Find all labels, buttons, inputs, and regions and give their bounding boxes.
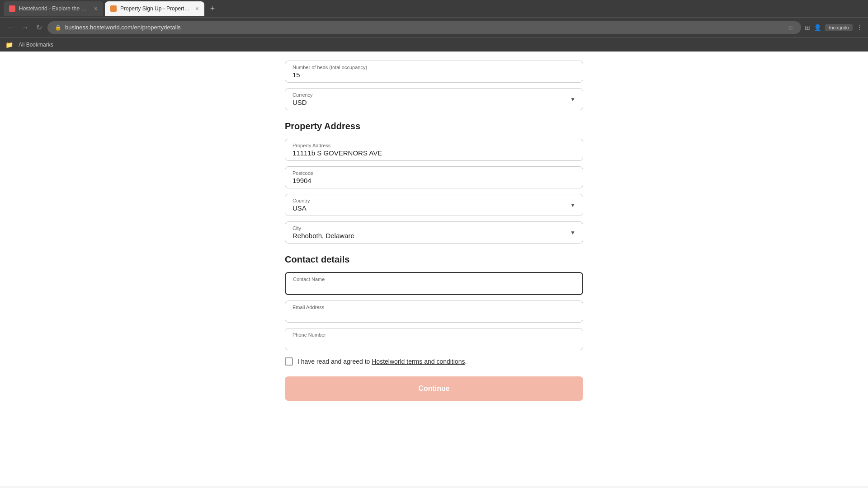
city-field[interactable]: City Rehoboth, Delaware ▼ bbox=[285, 221, 583, 244]
currency-value: USD bbox=[292, 99, 576, 106]
phone-input[interactable] bbox=[292, 338, 576, 346]
contact-name-input[interactable] bbox=[293, 283, 575, 291]
bookmarks-folder-icon: 📁 bbox=[5, 41, 13, 48]
property-address-field[interactable]: Property Address 11111b S GOVERNORS AVE bbox=[285, 139, 583, 161]
beds-field[interactable]: Number of beds (total occupancy) 15 bbox=[285, 61, 583, 83]
city-label: City bbox=[292, 225, 576, 231]
beds-value: 15 bbox=[292, 71, 576, 79]
beds-label: Number of beds (total occupancy) bbox=[292, 65, 576, 70]
browser-chrome: Hostelworld - Explore the worl... × Prop… bbox=[0, 0, 868, 52]
country-field[interactable]: Country USA ▼ bbox=[285, 194, 583, 216]
refresh-button[interactable]: ↻ bbox=[34, 21, 44, 33]
bookmarks-bar: 📁 All Bookmarks bbox=[0, 37, 868, 52]
property-address-label: Property Address bbox=[292, 143, 576, 148]
tab-property-signup[interactable]: Property Sign Up - Property an... × bbox=[105, 1, 204, 16]
contact-name-field[interactable]: Contact Name bbox=[285, 272, 583, 295]
property-signup-favicon bbox=[110, 5, 117, 12]
tab-property-signup-close[interactable]: × bbox=[195, 5, 199, 12]
currency-field[interactable]: Currency USD ▼ bbox=[285, 88, 583, 110]
page-content: Number of beds (total occupancy) 15 Curr… bbox=[0, 52, 868, 486]
hostelworld-favicon bbox=[9, 5, 15, 12]
email-field[interactable]: Email Address bbox=[285, 300, 583, 323]
terms-link[interactable]: Hostelworld terms and conditions bbox=[372, 358, 465, 365]
form-container: Number of beds (total occupancy) 15 Curr… bbox=[285, 52, 583, 486]
tab-hostelworld-label: Hostelworld - Explore the worl... bbox=[19, 5, 90, 12]
back-button[interactable]: ← bbox=[5, 22, 16, 33]
terms-label: I have read and agreed to Hostelworld te… bbox=[297, 358, 467, 365]
address-bar[interactable]: 🔒 business.hostelworld.com/en/propertyde… bbox=[47, 21, 801, 34]
currency-label: Currency bbox=[292, 92, 576, 98]
phone-label: Phone Number bbox=[292, 332, 576, 338]
forward-button[interactable]: → bbox=[20, 22, 31, 33]
contact-name-label: Contact Name bbox=[293, 277, 575, 282]
tab-bar: Hostelworld - Explore the worl... × Prop… bbox=[0, 0, 868, 17]
new-tab-button[interactable]: + bbox=[206, 2, 219, 15]
terms-suffix: . bbox=[465, 358, 467, 365]
email-input[interactable] bbox=[292, 311, 576, 319]
all-bookmarks-label: All Bookmarks bbox=[19, 42, 53, 48]
postcode-field[interactable]: Postcode 19904 bbox=[285, 166, 583, 188]
url-display: business.hostelworld.com/en/propertydeta… bbox=[65, 24, 181, 31]
contact-details-heading: Contact details bbox=[285, 254, 583, 265]
continue-button[interactable]: Continue bbox=[285, 376, 583, 401]
terms-checkbox[interactable] bbox=[285, 357, 293, 366]
country-label: Country bbox=[292, 198, 576, 203]
menu-icon[interactable]: ⋮ bbox=[856, 24, 863, 31]
bookmark-star-icon[interactable]: ☆ bbox=[788, 24, 794, 31]
extensions-icon[interactable]: ⊞ bbox=[805, 24, 810, 31]
email-label: Email Address bbox=[292, 305, 576, 310]
country-value: USA bbox=[292, 204, 576, 212]
property-address-heading: Property Address bbox=[285, 121, 583, 131]
postcode-value: 19904 bbox=[292, 177, 576, 184]
lock-icon: 🔒 bbox=[55, 24, 61, 31]
address-bar-row: ← → ↻ 🔒 business.hostelworld.com/en/prop… bbox=[0, 17, 868, 37]
terms-row: I have read and agreed to Hostelworld te… bbox=[285, 357, 583, 366]
city-value: Rehoboth, Delaware bbox=[292, 232, 576, 239]
incognito-badge: Incognito bbox=[825, 24, 853, 31]
country-dropdown-arrow: ▼ bbox=[570, 202, 576, 208]
property-address-value: 11111b S GOVERNORS AVE bbox=[292, 149, 576, 157]
currency-dropdown-arrow: ▼ bbox=[570, 96, 576, 103]
tab-hostelworld-close[interactable]: × bbox=[94, 5, 98, 12]
terms-prefix: I have read and agreed to bbox=[297, 358, 372, 365]
browser-tools: ⊞ 👤 Incognito ⋮ bbox=[805, 24, 863, 31]
postcode-label: Postcode bbox=[292, 170, 576, 176]
city-dropdown-arrow: ▼ bbox=[570, 230, 576, 236]
profile-icon[interactable]: 👤 bbox=[814, 24, 821, 31]
tab-hostelworld[interactable]: Hostelworld - Explore the worl... × bbox=[4, 1, 103, 16]
phone-field[interactable]: Phone Number bbox=[285, 328, 583, 350]
tab-property-signup-label: Property Sign Up - Property an... bbox=[120, 5, 192, 12]
